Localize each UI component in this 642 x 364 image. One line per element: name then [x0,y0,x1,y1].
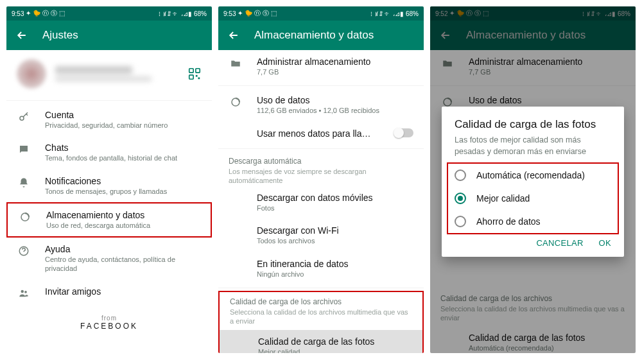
settings-item-account[interactable]: CuentaPrivacidad, seguridad, cambiar núm… [6,103,212,136]
less-data-calls-item[interactable]: Usar menos datos para lla… [218,122,424,146]
quality-dialog: Calidad de carga de las fotos Las fotos … [442,107,624,257]
svg-point-5 [20,116,24,120]
key-icon [17,111,31,123]
manage-storage-item[interactable]: Administrar almacenamiento7,7 GB [218,50,424,83]
settings-item-invite[interactable]: Invitar amigos [6,280,212,306]
radio-option-auto[interactable]: Automática (recomendada) [455,164,611,187]
download-wifi-item[interactable]: Descargar con Wi-FiTodos los archivos [218,219,424,252]
download-mobile-item[interactable]: Descargar con datos móvilesFotos [218,189,424,219]
bell-icon [17,177,31,189]
avatar [17,59,46,89]
upload-quality-sub: Selecciona la calidad de los archivos mu… [220,308,422,330]
svg-rect-2 [189,75,193,79]
upload-quality-header: Calidad de carga de los archivos [220,292,422,308]
help-icon [17,245,31,257]
data-icon [229,96,243,108]
chat-icon [17,144,31,155]
settings-item-notifications[interactable]: NotificacionesTonos de mensajes, grupos … [6,169,212,202]
data-usage-item[interactable]: Uso de datos112,6 GB enviados • 12,0 GB … [218,89,424,121]
dialog-subtitle: Las fotos de mejor calidad son más pesad… [455,135,611,157]
profile-row[interactable] [6,50,212,98]
auto-download-header: Descarga automática [218,152,424,167]
photo-quality-item[interactable]: Calidad de carga de las fotosMejor calid… [220,330,422,353]
settings-item-storage[interactable]: Almacenamiento y datosUso de red, descar… [6,202,212,238]
svg-rect-0 [189,69,193,73]
status-bar: 9:53✦ 🐤 ⓝ ⓢ ⬚ ⋮ ∦ ⇵ ᯤ ،⊿▮68% [218,6,424,21]
qr-icon[interactable] [187,67,202,81]
svg-rect-1 [196,69,200,73]
auto-download-sub: Los mensajes de voz siempre se descargan… [218,167,424,189]
facebook-label: FACEBOOK [6,322,212,331]
download-roaming-item[interactable]: En itinerancia de datosNingún archivo [218,252,424,285]
svg-point-9 [24,291,27,293]
data-icon [18,211,32,223]
back-icon[interactable] [15,29,28,42]
radio-option-saver[interactable]: Ahorro de datos [455,210,611,233]
svg-rect-3 [196,75,198,77]
ok-button[interactable]: OK [599,238,611,248]
radio-icon [455,169,466,181]
page-title: Ajustes [42,29,78,42]
toggle-switch[interactable] [394,128,413,137]
cancel-button[interactable]: CANCELAR [536,238,583,248]
radio-option-best[interactable]: Mejor calidad [455,187,611,210]
settings-item-help[interactable]: AyudaCentro de ayuda, contáctanos, polít… [6,238,212,280]
svg-rect-4 [198,78,200,80]
radio-icon [455,193,466,204]
radio-icon [455,216,466,227]
app-bar: Almacenamiento y datos [218,21,424,50]
from-label: from [6,315,212,322]
settings-item-chats[interactable]: ChatsTema, fondos de pantalla, historial… [6,136,212,169]
folder-icon [229,58,243,69]
status-bar: 9:53✦ 🐤 ⓝ ⓢ ⬚ ⋮ ∦ ⇵ ᯤ ،⊿▮68% [6,6,212,21]
app-bar: Ajustes [6,21,212,50]
page-title: Almacenamiento y datos [254,29,374,42]
svg-point-8 [21,290,24,293]
people-icon [17,288,31,299]
dialog-title: Calidad de carga de las fotos [455,118,611,131]
back-icon[interactable] [227,29,240,42]
